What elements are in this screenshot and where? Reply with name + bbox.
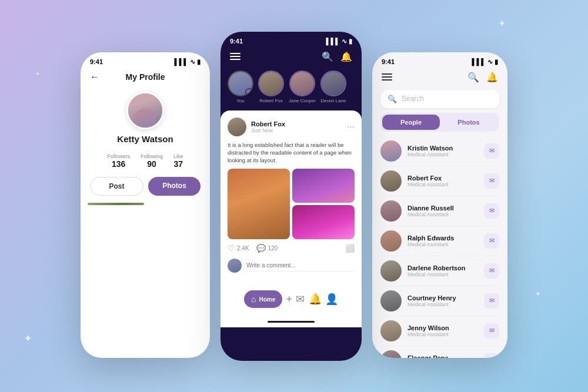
person-role-courtney: Medical Assistant — [407, 301, 478, 307]
sparkle-top-right: ✦ — [498, 18, 506, 29]
message-button-kristin[interactable]: ✉ — [484, 143, 499, 159]
people-nav: 🔍 🔔 — [372, 68, 507, 86]
stories-row: + You Robert Fox Jane Cooper Devon Lane — [220, 66, 362, 108]
sparkle-top-left: ✦ — [35, 71, 40, 77]
story-jane[interactable]: Jane Cooper — [289, 71, 316, 103]
photo-forest[interactable] — [88, 203, 144, 205]
share-action[interactable]: ⬜ — [345, 244, 355, 253]
tab-people[interactable]: People — [382, 115, 440, 130]
post-image-top[interactable] — [292, 169, 355, 203]
bell-nav-button[interactable]: 🔔 — [309, 293, 322, 306]
sparkle-bottom-right: ✦ — [535, 290, 541, 298]
people-ham-line-2 — [382, 76, 392, 78]
avatar-darlene — [380, 260, 402, 282]
like-count: 2.4K — [237, 245, 249, 252]
person-name-robert: Robert Fox — [407, 175, 478, 182]
avatar-courtney — [380, 290, 402, 311]
story-add-icon: + — [245, 88, 253, 96]
message-button-robert[interactable]: ✉ — [484, 173, 499, 189]
menu-button[interactable] — [230, 53, 240, 60]
message-button-courtney[interactable]: ✉ — [484, 293, 499, 309]
people-battery-icon: ▮ — [495, 58, 498, 66]
followers-label: Followers — [107, 153, 130, 159]
person-info-eleanor: Eleanor Pena Medical Assistant — [407, 354, 478, 358]
search-button-people[interactable]: 🔍 — [467, 72, 479, 83]
story-avatar-robert — [258, 71, 284, 96]
people-ham-line-3 — [382, 79, 392, 81]
time-profile: 9:41 — [90, 58, 103, 65]
profile-name: Ketty Watson — [117, 134, 173, 144]
people-status-icons: ▌▌▌ ∿ ▮ — [472, 58, 498, 66]
person-info-darlene: Darlene Robertson Medical Assistant — [407, 264, 478, 277]
tab-photos[interactable]: Photos — [440, 115, 497, 130]
people-nav-right: 🔍 🔔 — [467, 72, 498, 83]
story-avatar-img-devon — [322, 72, 345, 95]
following-value: 90 — [147, 159, 156, 169]
story-name-devon: Devon Lane — [320, 98, 346, 103]
story-avatar-img-jane — [290, 72, 314, 95]
feed-status-icons: ▌▌▌ ∿ ▮ — [326, 38, 352, 45]
post-more-button[interactable]: ··· — [347, 122, 355, 132]
bell-button-feed[interactable]: 🔔 — [340, 51, 352, 62]
people-menu-button[interactable] — [382, 73, 392, 81]
list-item: Robert Fox Medical Assistant ✉ — [380, 166, 499, 196]
plus-nav-button[interactable]: + — [286, 293, 293, 306]
avatar — [126, 92, 164, 129]
list-item: Darlene Robertson Medical Assistant ✉ — [380, 256, 499, 286]
bottom-nav: ⌂ Home + ✉ 🔔 👤 — [235, 284, 348, 314]
story-devon[interactable]: Devon Lane — [320, 71, 346, 103]
person-name-eleanor: Eleanor Pena — [407, 354, 478, 358]
status-bar-feed: 9:41 ▌▌▌ ∿ ▮ — [220, 32, 362, 48]
person-info-courtney: Courtney Henry Medical Assistant — [407, 294, 478, 307]
story-avatar-img-robert — [259, 72, 283, 95]
home-label: Home — [259, 296, 275, 303]
profile-stats: Followers 136 Following 90 Like 37 — [81, 149, 210, 173]
message-button-jenny[interactable]: ✉ — [484, 323, 499, 339]
profile-nav-button[interactable]: 👤 — [325, 293, 338, 306]
person-role-jenny: Medical Assistant — [407, 331, 478, 337]
search-bar[interactable]: 🔍 Search — [380, 90, 499, 108]
comment-input[interactable] — [246, 260, 355, 272]
photos-button[interactable]: Photos — [148, 177, 201, 196]
post-image-main[interactable] — [228, 169, 290, 239]
bell-button-people[interactable]: 🔔 — [486, 72, 498, 83]
list-item: Courtney Henry Medical Assistant ✉ — [380, 286, 499, 316]
search-button-feed[interactable]: 🔍 — [322, 51, 333, 62]
comment-icon: 💬 — [256, 244, 266, 253]
people-list: Kristin Watson Medical Assistant ✉ Rober… — [372, 136, 507, 358]
hamburger-line-3 — [230, 59, 240, 60]
post-button[interactable]: Post — [90, 177, 143, 196]
message-button-ralph[interactable]: ✉ — [484, 233, 499, 249]
search-icon: 🔍 — [387, 95, 397, 103]
like-value: 37 — [173, 159, 183, 169]
home-icon: ⌂ — [251, 294, 256, 304]
message-button-dianne[interactable]: ✉ — [484, 203, 499, 219]
phone-feed: 9:41 ▌▌▌ ∿ ▮ 🔍 🔔 + You — [220, 32, 362, 361]
comment-avatar — [228, 259, 242, 273]
message-button-eleanor[interactable]: ✉ — [484, 353, 499, 358]
like-action[interactable]: ♡ 2.4K — [228, 244, 249, 253]
message-button-darlene[interactable]: ✉ — [484, 263, 499, 279]
list-item: Jenny Wilson Medical Assistant ✉ — [380, 316, 499, 346]
tab-bar: People Photos — [380, 113, 499, 132]
share-icon: ⬜ — [345, 244, 355, 253]
back-button[interactable]: ← — [90, 72, 99, 82]
person-info-jenny: Jenny Wilson Medical Assistant — [407, 324, 478, 337]
signal-icon: ▌▌▌ — [175, 58, 188, 65]
comment-action[interactable]: 💬 120 — [256, 244, 278, 253]
avatar-eleanor — [380, 350, 402, 358]
story-robert[interactable]: Robert Fox — [258, 71, 284, 103]
avatar-robert — [380, 170, 402, 192]
hamburger-line-2 — [230, 56, 240, 57]
profile-header: ← My Profile — [81, 68, 210, 86]
bottom-nav-container: ⌂ Home + ✉ 🔔 👤 — [220, 280, 362, 327]
person-info-ralph: Ralph Edwards Medical Assistant — [407, 234, 478, 247]
story-avatar-devon — [320, 71, 346, 96]
status-bar-people: 9:41 ▌▌▌ ∿ ▮ — [372, 52, 507, 68]
post-image-bottom[interactable] — [292, 205, 355, 239]
message-nav-button[interactable]: ✉ — [296, 293, 305, 306]
home-nav-button[interactable]: ⌂ Home — [244, 290, 282, 308]
story-you[interactable]: + You — [228, 71, 253, 103]
like-stat: Like 37 — [173, 153, 183, 169]
home-indicator — [268, 321, 315, 323]
